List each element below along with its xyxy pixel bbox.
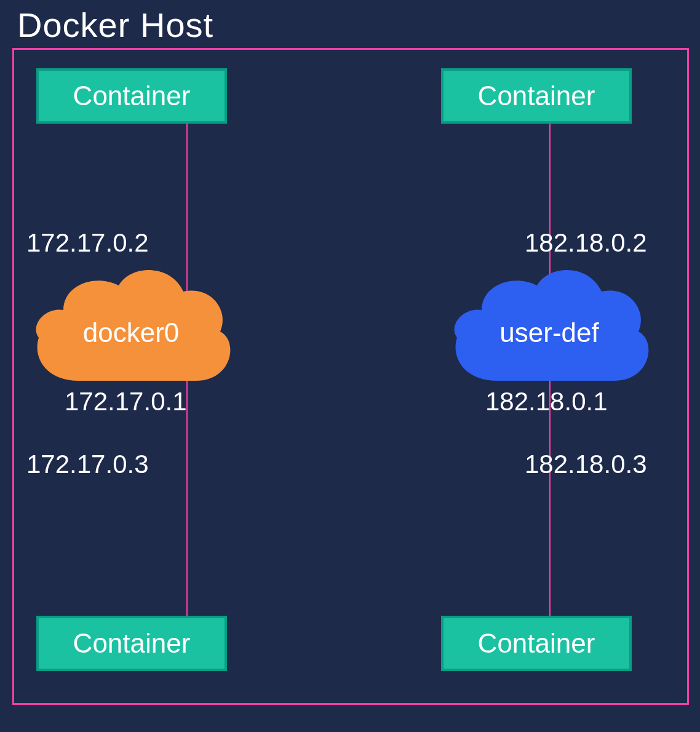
network-cloud-docker0: docker0 [26, 258, 236, 387]
container-bottom-left: Container [36, 616, 227, 671]
docker-host-box: Container Container Container Container … [12, 48, 689, 705]
container-label: Container [478, 81, 595, 111]
container-label: Container [73, 81, 191, 111]
ip-left-bottom: 172.17.0.3 [26, 450, 149, 479]
diagram-title: Docker Host [17, 5, 213, 45]
container-label: Container [73, 628, 191, 659]
container-top-right: Container [441, 68, 632, 124]
container-label: Container [478, 628, 595, 659]
ip-right-top: 182.18.0.2 [525, 228, 647, 258]
container-top-left: Container [36, 68, 227, 124]
ip-left-gateway: 172.17.0.1 [65, 387, 187, 416]
network-name-label: user-def [445, 317, 654, 348]
container-bottom-right: Container [441, 616, 632, 671]
ip-left-top: 172.17.0.2 [26, 228, 149, 258]
ip-right-gateway: 182.18.0.1 [485, 387, 608, 416]
network-cloud-user-def: user-def [445, 258, 654, 387]
ip-right-bottom: 182.18.0.3 [525, 450, 647, 479]
network-name-label: docker0 [26, 317, 236, 348]
